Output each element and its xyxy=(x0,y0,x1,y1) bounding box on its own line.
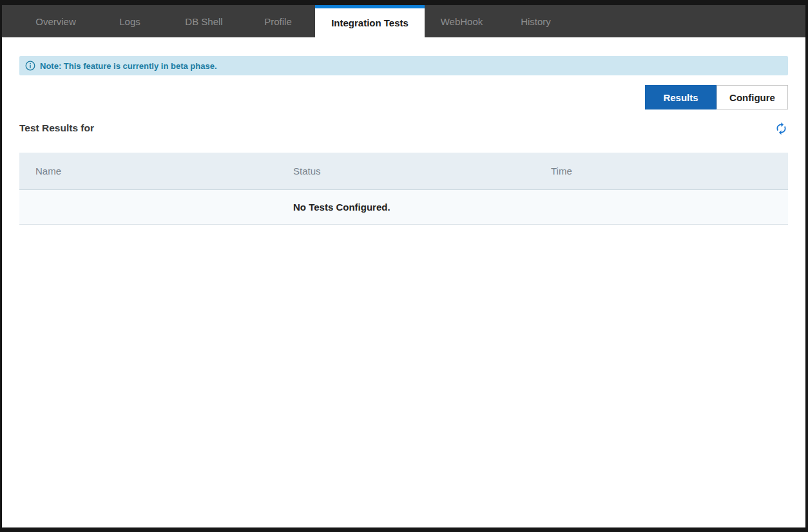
info-icon xyxy=(25,61,35,71)
view-toggle-group: Results Configure xyxy=(19,85,788,109)
tab-integration-tests[interactable]: Integration Tests xyxy=(315,5,425,37)
main-content: Note: This feature is currently in beta … xyxy=(2,56,805,225)
results-heading-row: Test Results for xyxy=(19,120,788,136)
tab-logs[interactable]: Logs xyxy=(93,5,167,37)
tab-db-shell[interactable]: DB Shell xyxy=(167,5,241,37)
tab-profile[interactable]: Profile xyxy=(241,5,315,37)
refresh-icon[interactable] xyxy=(774,122,788,135)
results-button[interactable]: Results xyxy=(645,85,717,109)
tab-history[interactable]: History xyxy=(499,5,573,37)
beta-note-text: Note: This feature is currently in beta … xyxy=(40,61,217,71)
beta-note-banner: Note: This feature is currently in beta … xyxy=(19,56,788,75)
configure-button[interactable]: Configure xyxy=(717,85,788,109)
table-header-row: Name Status Time xyxy=(19,153,788,190)
tab-webhook[interactable]: WebHook xyxy=(425,5,499,37)
column-header-time: Time xyxy=(535,166,788,176)
top-tab-bar: Overview Logs DB Shell Profile Integrati… xyxy=(2,5,805,37)
tab-overview[interactable]: Overview xyxy=(19,5,93,37)
column-header-name: Name xyxy=(19,166,277,176)
app-window: Overview Logs DB Shell Profile Integrati… xyxy=(2,5,805,527)
table-row-empty: No Tests Configured. xyxy=(19,190,788,225)
empty-state-message: No Tests Configured. xyxy=(277,202,535,213)
test-results-table: Name Status Time No Tests Configured. xyxy=(19,153,788,225)
page-title: Test Results for xyxy=(19,122,94,134)
column-header-status: Status xyxy=(277,166,535,176)
